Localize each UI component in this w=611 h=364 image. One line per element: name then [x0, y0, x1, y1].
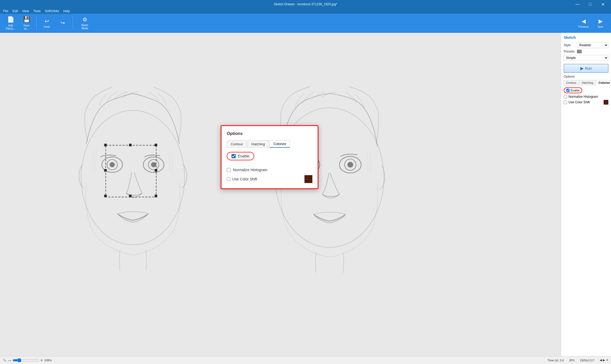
menu-edit[interactable]: Edit — [10, 8, 20, 14]
presets-select[interactable]: Simple — [564, 55, 608, 61]
menu-view[interactable]: View — [20, 8, 31, 14]
zoom-plus-icon[interactable]: + — [40, 358, 43, 363]
right-panel: Sketch Style Realistic Presets Simple ▶ … — [561, 33, 611, 356]
colorshift-checkbox-panel[interactable] — [564, 101, 567, 104]
minimize-button[interactable]: — — [571, 0, 584, 8]
menu-help[interactable]: Help — [61, 8, 72, 14]
undo-button[interactable]: ↩ Undo — [39, 15, 54, 31]
popup-tab-contour[interactable]: Contour — [227, 140, 247, 148]
presets-icon — [577, 50, 582, 53]
window-controls: — □ ✕ — [571, 0, 609, 8]
toolbar-separator-2 — [73, 17, 73, 30]
undo-label: Undo — [44, 25, 50, 28]
window-title: Sketch Drawer - emotions-371238_1920.jpg… — [274, 2, 337, 6]
svg-point-23 — [348, 162, 353, 168]
popup-color-swatch[interactable] — [304, 175, 312, 183]
save-icon: 💾 — [23, 16, 30, 23]
menu-tools[interactable]: Tools — [31, 8, 43, 14]
batch-mode-button[interactable]: ⚙ BatchMode — [76, 15, 94, 31]
enable-highlight-panel[interactable]: Enable — [564, 87, 582, 93]
svg-rect-0 — [9, 33, 552, 356]
popup-normalize-row: Normalize Histogram — [227, 168, 312, 172]
tab-contour[interactable]: Contour — [564, 80, 579, 85]
popup-normalize-label: Normalize Histogram — [233, 168, 267, 172]
run-button[interactable]: ▶ Run — [564, 64, 608, 73]
popup-color-shift-row: Use Color Shift — [227, 175, 312, 183]
main-layout: Options Contour Hatching Colorize Enable… — [0, 33, 611, 356]
popup-colorshift-checkbox[interactable] — [227, 178, 230, 181]
save-as-button[interactable]: 💾 Saveas... — [19, 15, 34, 31]
color-swatch-panel[interactable] — [604, 100, 608, 105]
options-popup: Options Contour Hatching Colorize Enable… — [221, 125, 318, 189]
canvas-area[interactable]: Options Contour Hatching Colorize Enable… — [0, 33, 561, 356]
next-button[interactable]: ▶ Next — [593, 15, 608, 31]
popup-colorshift-label: Use Color Shift — [232, 177, 257, 181]
popup-enable-checkbox[interactable] — [232, 154, 236, 158]
previous-label: Previous — [578, 25, 589, 28]
maximize-button[interactable]: □ — [584, 0, 596, 8]
panel-tabs: Contour Hatching Colorize — [564, 80, 608, 85]
title-bar: Sketch Drawer - emotions-371238_1920.jpg… — [0, 0, 611, 8]
status-bar: 🔍 — + 108% Time (s): 3.4 JPG 1920x1117 ◀… — [0, 356, 611, 364]
tab-hatching[interactable]: Hatching — [579, 80, 595, 85]
format-label: JPG — [569, 359, 575, 362]
popup-enable-label: Enable — [238, 154, 249, 158]
sketch-canvas — [0, 33, 561, 356]
popup-tab-colorize[interactable]: Colorize — [270, 140, 290, 148]
svg-rect-14 — [129, 195, 132, 197]
close-button[interactable]: ✕ — [597, 0, 609, 8]
add-files-label: AddFile(s)... — [6, 24, 15, 30]
time-label: Time (s): 3.4 — [548, 359, 564, 362]
enable-row-container: Enable — [564, 87, 608, 93]
normalize-row-panel: Normalize Histogram — [564, 95, 608, 99]
batch-icon: ⚙ — [82, 16, 87, 23]
redo-icon: ↪ — [61, 20, 65, 26]
navigation-buttons: ◀ Previous ▶ Next — [576, 15, 608, 31]
run-arrow-icon: ▶ — [580, 66, 584, 71]
svg-rect-15 — [104, 169, 107, 172]
svg-point-7 — [151, 162, 156, 167]
toolbar: 📄 AddFile(s)... 💾 Saveas... ↩ Undo ↪ ⚙ B… — [0, 14, 611, 33]
zoom-slider[interactable] — [13, 358, 39, 362]
svg-rect-11 — [104, 195, 107, 197]
menu-file[interactable]: File — [1, 8, 10, 14]
zoom-out-icon[interactable]: 🔍 — [3, 358, 6, 362]
zoom-controls: 🔍 — + 108% — [3, 358, 52, 363]
dimensions-label: 1920x1117 — [580, 359, 594, 362]
presets-select-row: Simple — [564, 55, 608, 61]
save-label: Saveas... — [24, 24, 30, 30]
style-label: Style — [564, 43, 577, 47]
menu-bar: File Edit View Tools SoftOrbits Help — [0, 8, 611, 14]
svg-rect-13 — [129, 144, 132, 146]
colorshift-label-panel: Use Color Shift — [568, 100, 590, 104]
enable-checkbox-panel[interactable] — [566, 89, 570, 92]
svg-point-4 — [110, 162, 115, 167]
zoom-minus-icon[interactable]: — — [8, 358, 11, 362]
svg-rect-12 — [155, 195, 157, 197]
svg-rect-16 — [155, 169, 157, 172]
normalize-checkbox-panel[interactable] — [564, 95, 567, 99]
popup-tabs: Contour Hatching Colorize — [227, 140, 312, 148]
zoom-percent: 108% — [44, 359, 52, 362]
popup-title: Options — [227, 131, 312, 136]
color-shift-row-panel: Use Color Shift — [564, 100, 608, 105]
add-files-button[interactable]: 📄 AddFile(s)... — [3, 15, 18, 31]
panel-title: Sketch — [564, 35, 608, 40]
status-right: Time (s): 3.4 JPG 1920x1117 ◀ ▶ ✕ — [548, 358, 608, 362]
nav-icon-1[interactable]: ◀ — [600, 358, 602, 362]
next-icon: ▶ — [599, 18, 603, 24]
previous-button[interactable]: ◀ Previous — [576, 15, 591, 31]
toolbar-separator-1 — [36, 17, 37, 30]
popup-tab-hatching[interactable]: Hatching — [247, 140, 269, 148]
redo-button[interactable]: ↪ — [55, 15, 70, 31]
nav-icon-3[interactable]: ✕ — [606, 358, 608, 362]
menu-softorbits[interactable]: SoftOrbits — [43, 8, 61, 14]
popup-enable-highlight[interactable]: Enable — [227, 152, 254, 160]
normalize-label-panel: Normalize Histogram — [568, 95, 598, 99]
nav-icons: ◀ ▶ ✕ — [600, 358, 608, 362]
nav-icon-2[interactable]: ▶ — [603, 358, 605, 362]
style-select[interactable]: Realistic — [577, 42, 608, 48]
popup-normalize-checkbox[interactable] — [227, 168, 231, 172]
tab-colorize[interactable]: Colorize — [596, 80, 611, 85]
add-files-icon: 📄 — [7, 16, 14, 23]
